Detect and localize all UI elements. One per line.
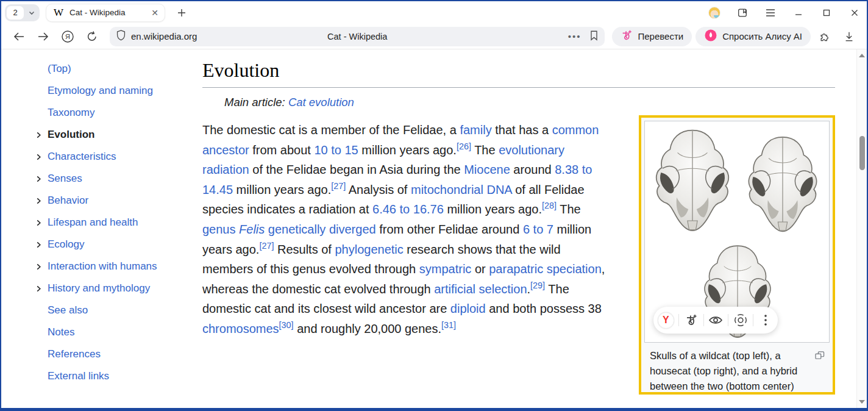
article-link[interactable]: genus [202,223,236,236]
url-text[interactable]: en.wikipedia.org [131,31,197,41]
sidebar-item-notes[interactable]: Notes [35,321,202,343]
reference-anchor[interactable]: [27] [331,181,346,191]
article-link[interactable]: Felis [239,223,265,236]
more-actions-icon[interactable]: ••• [568,31,582,41]
sidebar-item-history-and-mythology[interactable]: History and mythology [35,277,202,299]
article-link[interactable]: parapatric speciation [489,262,602,276]
extensions-icon[interactable] [814,27,835,46]
tab-counter-group[interactable]: 2 [5,4,40,21]
new-tab-button[interactable] [174,5,190,21]
panels-icon[interactable] [736,7,749,19]
sidebar-item-behavior[interactable]: Behavior [35,190,202,212]
chevron-right-icon[interactable] [35,241,48,248]
reference-anchor[interactable]: [28] [542,201,557,211]
reference-link: [30] [279,320,294,330]
reference-link: [27] [331,181,346,191]
yandex-logo-icon[interactable]: Y [658,312,674,329]
reference-anchor[interactable]: [27] [259,241,274,251]
enlarge-icon[interactable] [815,349,825,364]
image-translate-icon[interactable] [683,312,699,328]
image-hover-toolbar: Y [653,307,778,334]
article-link[interactable]: sympatric [419,262,472,276]
reference-link: [28] [542,201,557,211]
hatnote-prefix: Main article: [224,96,288,109]
wikipedia-favicon: W [54,7,63,19]
minimize-icon[interactable] [792,7,805,19]
sidebar-item-evolution[interactable]: Evolution [35,124,202,146]
article-link[interactable]: family [460,123,491,137]
article-paragraph: The domestic cat is a member of the Feli… [202,120,612,339]
article-link[interactable]: 6.46 to 16.76 [372,202,444,216]
article-text: million years ago. [444,202,542,216]
reference-anchor[interactable]: [29] [530,281,545,290]
reference-anchor[interactable]: [30] [279,320,294,330]
bookmark-icon[interactable] [589,30,599,43]
sidebar-item-top[interactable]: (Top) [35,58,202,80]
sidebar-item-label: Etymology and naming [48,85,153,97]
article-text: around [510,163,555,176]
article-link[interactable]: 10 to 15 [314,143,358,157]
maximize-icon[interactable] [820,7,833,19]
sidebar-item-label: Behavior [48,195,88,207]
article-link[interactable]: 6 to 7 [523,223,553,236]
menu-icon[interactable] [764,7,777,19]
sidebar-item-ecology[interactable]: Ecology [35,234,202,256]
skulls-image[interactable]: Y [644,121,830,343]
preview-eye-icon[interactable] [708,312,724,328]
sidebar-item-see-also[interactable]: See also [35,299,202,321]
chevron-right-icon[interactable] [35,263,48,270]
reference-anchor[interactable]: [26] [457,141,471,151]
sidebar-item-interaction-with-humans[interactable]: Interaction with humans [35,256,202,277]
translate-button[interactable]: Перевести [612,27,692,46]
tab-strip: 2 W Cat - Wikipedia ✕ [1,1,867,24]
scroll-up-arrow[interactable] [859,54,865,57]
sidebar-item-references[interactable]: References [35,343,202,365]
sidebar-item-characteristics[interactable]: Characteristics [35,146,202,168]
vertical-scrollbar[interactable] [856,49,867,408]
chevron-right-icon[interactable] [35,154,48,160]
article-link[interactable]: mitochondrial DNA [411,183,512,196]
scroll-down-arrow[interactable] [859,400,865,404]
article-link[interactable]: phylogenetic [335,243,403,256]
hatnote-link[interactable]: Cat evolution [288,96,354,109]
image-search-icon[interactable] [733,312,749,328]
sidebar-item-label: Lifespan and health [48,216,138,229]
sidebar-item-label: References [48,348,101,360]
sidebar-item-taxonomy[interactable]: Taxonomy [35,102,202,124]
reference-anchor[interactable]: [31] [441,320,456,330]
shield-icon[interactable] [116,29,126,43]
sidebar-item-lifespan-and-health[interactable]: Lifespan and health [35,212,202,234]
article-link[interactable]: genetically diverged [268,223,376,236]
downloads-icon[interactable] [839,27,859,46]
sidebar-item-external-links[interactable]: External links [35,365,202,387]
skulls-figure[interactable]: Y [639,115,835,395]
chevron-right-icon[interactable] [35,176,48,182]
back-button[interactable] [9,27,29,46]
chevron-right-icon[interactable] [35,220,48,226]
reload-button[interactable] [82,27,102,46]
chevron-right-icon[interactable] [35,198,48,204]
tab-list-chevron-icon[interactable] [24,4,40,21]
tab-cat-wikipedia[interactable]: W Cat - Wikipedia ✕ [46,4,165,22]
tab-close-icon[interactable]: ✕ [151,8,158,18]
sidebar-item-etymology-and-naming[interactable]: Etymology and naming [35,80,202,102]
sidebar-item-label: External links [48,370,109,382]
article-link[interactable]: chromosomes [202,322,279,335]
yandex-button[interactable]: Я [57,27,78,46]
scroll-thumb[interactable] [859,136,865,170]
chevron-right-icon[interactable] [35,285,48,292]
article-main: Evolution Main article: Cat evolution Th… [202,49,867,408]
forward-button[interactable] [33,27,54,46]
sidebar-item-senses[interactable]: Senses [35,168,202,190]
more-options-icon[interactable] [758,312,774,328]
article-link[interactable]: Miocene [464,163,510,176]
article-link[interactable]: artificial selection [434,282,527,296]
close-window-icon[interactable] [848,7,861,19]
tab-counter[interactable]: 2 [7,6,24,20]
profile-avatar[interactable] [708,7,720,19]
article-link[interactable]: diploid [450,302,486,315]
chevron-right-icon[interactable] [35,132,48,138]
address-bar[interactable]: en.wikipedia.org Cat - Wikipedia ••• [110,27,605,46]
ask-alice-button[interactable]: Спросить Алису AI [695,27,811,46]
alice-icon [704,29,717,44]
